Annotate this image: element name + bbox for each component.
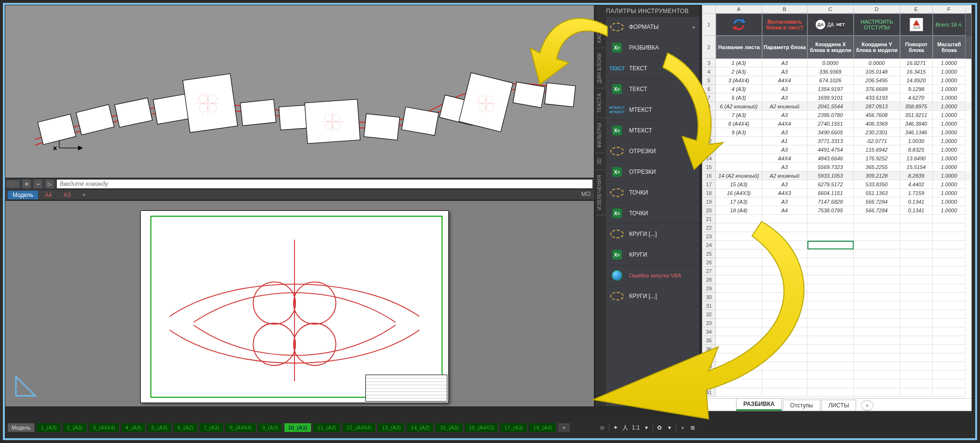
table-cell[interactable] [762, 379, 807, 388]
table-row[interactable]: 38 [702, 362, 971, 371]
table-cell[interactable] [854, 293, 900, 301]
table-row[interactable]: 97 (А3)А32395.0780456.7608351.92111.0000 [702, 111, 971, 119]
table-row[interactable]: 2018 (А4)А47538.0795566.72840.13411.0000 [702, 206, 971, 215]
table-cell[interactable]: 0.0000 [807, 59, 854, 67]
table-cell[interactable]: 5 (А3) [716, 93, 762, 102]
scale-icon[interactable]: 1:1 [632, 423, 640, 432]
table-cell[interactable] [854, 249, 900, 258]
table-cell[interactable]: 533.8350 [854, 180, 900, 189]
layout-tab[interactable]: 14_(А2) [407, 423, 434, 432]
layout-tab[interactable]: 12_(А4Х4) [343, 423, 376, 432]
table-cell[interactable]: 2740.1551 [807, 119, 854, 128]
table-cell[interactable]: -52.0771 [854, 137, 900, 145]
table-cell[interactable] [933, 267, 966, 275]
table-cell[interactable] [854, 345, 900, 353]
layout-tab[interactable]: 3_(А4Х4) [89, 423, 120, 432]
table-cell[interactable] [716, 293, 762, 301]
table-cell[interactable] [854, 327, 900, 336]
row-number[interactable]: 6 [702, 85, 716, 93]
row-number[interactable]: 1 [702, 13, 716, 36]
table-cell[interactable] [900, 327, 933, 336]
table-cell[interactable] [900, 310, 933, 319]
table-cell[interactable]: 6604.1151 [807, 189, 854, 197]
row-number[interactable]: 26 [702, 258, 716, 267]
table-cell[interactable]: 17 (А3) [716, 197, 762, 206]
table-cell[interactable]: 2041.5544 [807, 102, 854, 111]
row-number[interactable]: 29 [702, 284, 716, 293]
row-number[interactable]: 7 [702, 93, 716, 102]
table-cell[interactable] [933, 388, 966, 397]
table-cell[interactable] [807, 275, 854, 284]
table-cell[interactable] [900, 223, 933, 232]
table-cell[interactable] [933, 336, 966, 345]
row-number[interactable]: 34 [702, 327, 716, 336]
table-cell[interactable]: 1699.9101 [807, 93, 854, 102]
table-cell[interactable]: 1.0000 [933, 111, 966, 119]
row-number[interactable]: 21 [702, 215, 716, 223]
palette-item[interactable]: Ошибка запуска VBA [606, 265, 699, 286]
table-cell[interactable] [933, 275, 966, 284]
table-cell[interactable] [762, 267, 807, 275]
table-cell[interactable]: 5569.7323 [807, 163, 854, 171]
table-cell[interactable]: 9.1298 [900, 85, 933, 93]
row-number[interactable]: 24 [702, 241, 716, 249]
table-cell[interactable]: А3 [762, 67, 807, 76]
table-cell[interactable]: 346.3840 [900, 119, 933, 128]
axis-icon[interactable]: 人 [622, 423, 629, 432]
table-cell[interactable]: 7 (А3) [716, 111, 762, 119]
palette-item[interactable]: КРУГИ [...] [606, 224, 699, 245]
table-cell[interactable] [716, 379, 762, 388]
table-cell[interactable]: 1.0000 [933, 137, 966, 145]
table-cell[interactable] [900, 301, 933, 310]
table-cell[interactable]: 433.6193 [854, 93, 900, 102]
row-number[interactable]: 30 [702, 293, 716, 301]
table-cell[interactable]: 1.0030 [900, 137, 933, 145]
palette-category-tab[interactable]: ТЕКСТА [595, 88, 606, 118]
table-cell[interactable] [762, 301, 807, 310]
row-number[interactable]: 38 [702, 362, 716, 371]
table-cell[interactable] [807, 327, 854, 336]
table-cell[interactable] [807, 232, 854, 241]
cmdline-wrench-icon[interactable]: ⌁ [34, 180, 42, 188]
table-cell[interactable]: 1354.9197 [807, 85, 854, 93]
table-cell[interactable] [854, 223, 900, 232]
palette-category-tab[interactable]: ФИЛЬТРЫ [595, 118, 606, 153]
table-cell[interactable]: 4.4402 [900, 180, 933, 189]
table-cell[interactable] [807, 353, 854, 362]
table-cell[interactable]: А3 [762, 111, 807, 119]
refresh-button[interactable] [716, 13, 762, 36]
table-cell[interactable]: 566.7284 [854, 206, 900, 215]
palette-item[interactable]: ТОЧКИ [606, 182, 699, 203]
table-cell[interactable]: 16 (А4Х3) [716, 189, 762, 197]
table-cell[interactable]: 351.9211 [900, 111, 933, 119]
row-number[interactable]: 13 [702, 145, 716, 154]
palette-item[interactable]: МТЕКСТМТЕКСТМТЕКСТ [606, 100, 699, 120]
table-cell[interactable] [900, 241, 933, 249]
table-cell[interactable] [933, 241, 966, 249]
row-number[interactable]: 41 [702, 388, 716, 397]
column-headers[interactable]: ABCDEF [702, 5, 971, 13]
table-cell[interactable] [807, 267, 854, 275]
table-cell[interactable]: 18 (А4) [716, 206, 762, 215]
table-cell[interactable]: 4.6270 [900, 93, 933, 102]
table-row[interactable]: 31 [702, 301, 971, 310]
row-number[interactable]: 28 [702, 275, 716, 284]
table-cell[interactable]: 4843.6646 [807, 154, 854, 163]
layout-tab[interactable]: 4_(А3) [121, 423, 146, 432]
layout-tab[interactable]: 13_(А3) [378, 423, 405, 432]
table-cell[interactable]: 6 (А2 книжный) [716, 102, 762, 111]
table-row[interactable]: 36 [702, 345, 971, 353]
table-cell[interactable] [854, 371, 900, 379]
table-row[interactable]: 34 [702, 327, 971, 336]
row-number[interactable]: 37 [702, 353, 716, 362]
table-cell[interactable] [762, 275, 807, 284]
table-row[interactable]: 30 [702, 293, 971, 301]
table-cell[interactable]: 16.8271 [900, 59, 933, 67]
table-row[interactable]: 15А35569.7323365.225515.51541.0000 [702, 163, 971, 171]
table-row[interactable]: 12А13771.3313-52.07711.00301.0000 [702, 137, 971, 145]
table-cell[interactable]: 346.1346 [900, 128, 933, 137]
table-cell[interactable]: 3490.6605 [807, 128, 854, 137]
table-cell[interactable] [762, 284, 807, 293]
layout-tab[interactable]: 16_(А4Х3) [465, 423, 499, 432]
table-cell[interactable] [854, 310, 900, 319]
